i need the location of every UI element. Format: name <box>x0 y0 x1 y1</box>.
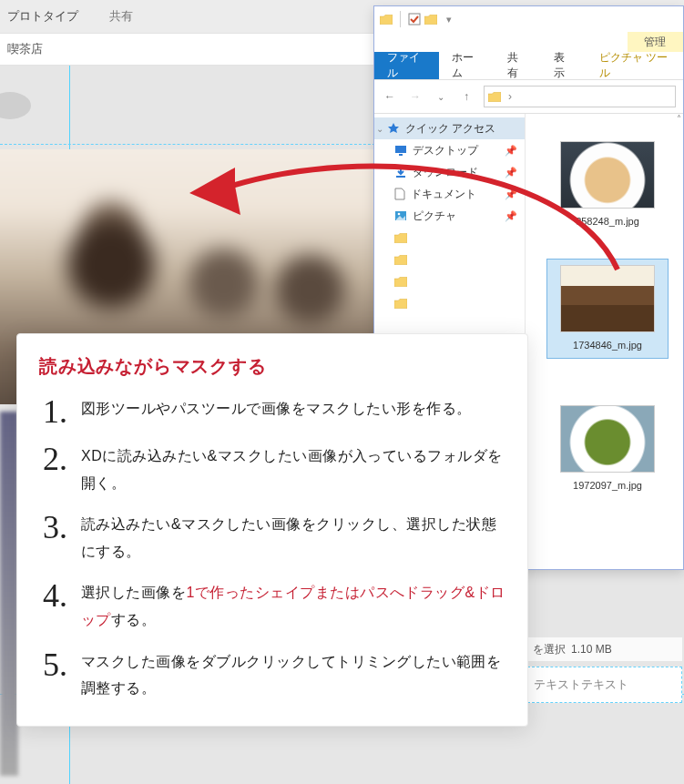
step-text: 選択した画像を1で作ったシェイプまたはパスへドラッグ&ドロップする。 <box>81 579 505 633</box>
nav-desktop[interactable]: デスクトップ 📌 <box>374 139 525 161</box>
breadcrumb-chevron-icon[interactable]: › <box>508 90 512 103</box>
nav-folder-generic[interactable] <box>374 292 525 314</box>
address-bar[interactable]: › <box>484 86 676 107</box>
content-pane[interactable]: ˄ 358248_m.jpg 1734846_m.jpg 1972097_m.j… <box>526 114 683 569</box>
file-name: 1734846_m.jpg <box>547 338 668 352</box>
pin-icon[interactable]: 📌 <box>505 188 517 200</box>
step-text: 読み込みたい&マスクしたい画像をクリックし、選択した状態にする。 <box>81 511 505 565</box>
step-number: 4. <box>39 579 81 633</box>
thumb-image <box>560 265 655 332</box>
nav-recent-icon[interactable]: ⌄ <box>433 88 449 105</box>
xd-tab-share[interactable]: 共有 <box>109 8 133 25</box>
file-thumb[interactable]: 1972097_m.jpg <box>553 405 662 493</box>
step-number: 5. <box>39 648 81 702</box>
nav-back-icon[interactable]: ← <box>382 88 398 105</box>
pin-icon[interactable]: 📌 <box>505 145 517 157</box>
step-number: 2. <box>39 443 81 496</box>
step-item: 2. XDに読み込みたい&マスクしたい画像が入っているフォルダを開く。 <box>39 443 505 496</box>
step-item: 4. 選択した画像を1で作ったシェイプまたはパスへドラッグ&ドロップする。 <box>39 579 505 633</box>
pin-icon[interactable]: 📌 <box>505 210 517 222</box>
pin-icon[interactable]: 📌 <box>505 167 517 178</box>
step-item: 5. マスクした画像をダブルクリックしてトリミングしたい範囲を調整する。 <box>39 648 505 702</box>
folder-icon[interactable] <box>424 15 437 25</box>
status-strip: を選択 1.10 MB <box>527 637 682 661</box>
document-icon <box>394 188 405 200</box>
file-thumb-selected[interactable]: 1734846_m.jpg <box>547 260 668 358</box>
nav-folder-generic[interactable] <box>374 227 525 249</box>
nav-up-icon[interactable]: ↑ <box>458 88 475 105</box>
ribbon-tabs-upper: 管理 <box>374 32 683 52</box>
checkbox-icon[interactable] <box>408 13 421 25</box>
folder-icon <box>380 15 393 25</box>
step-number: 1. <box>39 395 81 428</box>
step-item: 1. 図形ツールやパスツールで画像をマスクしたい形を作る。 <box>39 395 505 428</box>
xd-artboard-title: 喫茶店 <box>7 41 43 57</box>
folder-icon <box>394 233 407 243</box>
ribbon-tab-view[interactable]: 表示 <box>541 52 587 79</box>
nav-forward-icon[interactable]: → <box>407 88 424 105</box>
ribbon-tab-home[interactable]: ホーム <box>439 52 495 79</box>
nav-documents-label: ドキュメント <box>411 187 476 202</box>
steps-list: 1. 図形ツールやパスツールで画像をマスクしたい形を作る。 2. XDに読み込み… <box>39 395 505 702</box>
nav-documents[interactable]: ドキュメント 📌 <box>374 183 525 205</box>
ribbon-context-manage[interactable]: 管理 <box>628 32 683 52</box>
download-icon <box>394 166 407 178</box>
ribbon-tab-share[interactable]: 共有 <box>495 52 540 79</box>
nav-downloads[interactable]: ダウンロード 📌 <box>374 161 525 183</box>
tree-collapse-icon[interactable]: ⌄ <box>376 124 383 134</box>
step-text: 図形ツールやパスツールで画像をマスクしたい形を作る。 <box>81 395 505 428</box>
nav-pictures-label: ピクチャ <box>413 209 456 224</box>
file-thumb[interactable]: 358248_m.jpg <box>553 141 662 229</box>
nav-folder-generic[interactable] <box>374 249 525 270</box>
thumb-image <box>560 405 655 473</box>
folder-icon <box>394 255 407 265</box>
svg-marker-1 <box>388 123 399 133</box>
monitor-icon <box>394 145 407 156</box>
step-text: XDに読み込みたい&マスクしたい画像が入っているフォルダを開く。 <box>81 443 505 496</box>
folder-icon <box>394 277 407 287</box>
svg-rect-2 <box>395 146 406 153</box>
folder-icon <box>488 92 501 102</box>
picture-icon <box>394 210 407 221</box>
ribbon-tab-picture-tool[interactable]: ピクチャ ツール <box>587 52 683 79</box>
scroll-up-icon[interactable]: ˄ <box>677 114 681 124</box>
canvas-side-image[interactable] <box>0 412 18 776</box>
ribbon-tabs: ファイル ホーム 共有 表示 ピクチャ ツール <box>374 52 683 79</box>
nav-folder-generic[interactable] <box>374 270 525 292</box>
star-icon <box>387 122 400 135</box>
file-name: 358248_m.jpg <box>553 214 662 229</box>
svg-point-6 <box>398 213 401 216</box>
ellipse-shape[interactable] <box>0 92 31 119</box>
qat-overflow-icon[interactable]: ▾ <box>446 14 452 25</box>
nav-pictures[interactable]: ピクチャ 📌 <box>374 205 525 227</box>
nav-quick-access[interactable]: ⌄ クイック アクセス <box>374 117 525 139</box>
nav-desktop-label: デスクトップ <box>413 143 478 158</box>
nav-quick-label: クイック アクセス <box>405 121 495 137</box>
card-title: 読み込みながらマスクする <box>39 354 505 379</box>
folder-icon <box>394 299 407 309</box>
status-size: 1.10 MB <box>571 643 612 656</box>
text-placeholder-box[interactable]: テキストテキスト <box>527 667 682 703</box>
nav-downloads-label: ダウンロード <box>413 165 478 180</box>
svg-rect-4 <box>396 176 405 178</box>
svg-rect-0 <box>409 14 420 25</box>
status-select-label: を選択 <box>533 642 566 657</box>
ribbon-tab-file[interactable]: ファイル <box>374 52 439 79</box>
explorer-titlebar[interactable]: ▾ <box>374 6 683 32</box>
file-name: 1972097_m.jpg <box>553 478 662 493</box>
text-placeholder-label: テキストテキスト <box>534 677 628 693</box>
explorer-navbar: ← → ⌄ ↑ › <box>374 80 683 113</box>
thumb-image <box>560 141 655 209</box>
step-item: 3. 読み込みたい&マスクしたい画像をクリックし、選択した状態にする。 <box>39 511 505 565</box>
instruction-card: 読み込みながらマスクする 1. 図形ツールやパスツールで画像をマスクしたい形を作… <box>16 333 528 727</box>
step-text: マスクした画像をダブルクリックしてトリミングしたい範囲を調整する。 <box>81 648 505 702</box>
xd-tab-prototype[interactable]: プロトタイプ <box>7 8 78 25</box>
svg-rect-3 <box>399 154 403 156</box>
step-number: 3. <box>39 511 81 565</box>
